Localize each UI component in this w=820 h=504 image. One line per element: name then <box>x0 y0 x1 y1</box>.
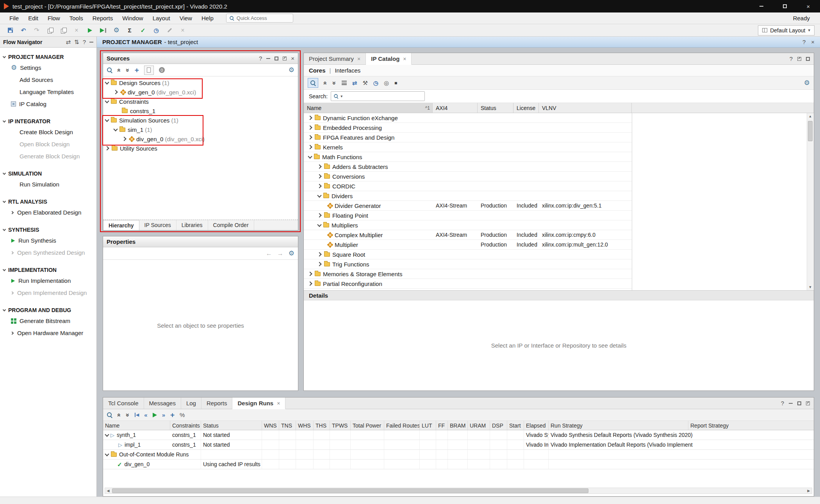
gear-icon[interactable]: ⚙ <box>804 80 810 86</box>
chevron-right-icon[interactable] <box>11 211 14 214</box>
menu-layout[interactable]: Layout <box>148 12 175 24</box>
column-header-dsp[interactable]: DSP <box>490 421 507 430</box>
column-header-total-power[interactable]: Total Power <box>351 421 384 430</box>
document-button[interactable] <box>144 66 154 75</box>
menu-tools[interactable]: Tools <box>65 12 88 24</box>
toolbar-delete-button[interactable]: × <box>71 25 82 35</box>
flow-item-open-block-design[interactable]: Open Block Design <box>0 138 96 150</box>
skip-to-start-icon[interactable]: ◀ <box>135 413 139 417</box>
tab-reports[interactable]: Reports <box>201 398 233 409</box>
chevron-down-icon[interactable] <box>105 432 109 437</box>
menu-help[interactable]: Help <box>197 12 218 24</box>
sources-tab-libraries[interactable]: Libraries <box>176 220 208 230</box>
run-row-out-of-context-module-runs[interactable]: Out-of-Context Module Runs <box>103 450 814 460</box>
run-icon[interactable] <box>153 413 157 417</box>
toolbar-sum-button[interactable]: Σ <box>124 25 135 35</box>
catalog-row-partial-reconfiguration[interactable]: Partial Reconfiguration <box>304 279 632 289</box>
layout-selector[interactable]: Default Layout ▾ <box>758 25 815 35</box>
message-count-badge[interactable]: 0 <box>159 67 165 73</box>
expand-all-icon[interactable]: » <box>125 68 131 72</box>
subtab-interfaces[interactable]: Interfaces <box>335 67 360 74</box>
flow-item-create-block-design[interactable]: Create Block Design <box>0 126 96 138</box>
chevron-right-icon[interactable] <box>11 251 14 254</box>
back-arrow-icon[interactable]: ← <box>266 250 272 257</box>
toolbar-copy-button[interactable] <box>45 25 55 35</box>
flow-section-header-project-manager[interactable]: PROJECT MANAGER <box>0 52 96 62</box>
maximize-icon[interactable] <box>275 57 278 60</box>
float-icon[interactable] <box>283 57 287 60</box>
toolbar-clock-button[interactable]: ◷ <box>151 25 162 35</box>
help-icon[interactable]: ? <box>259 55 262 61</box>
chevron-down-icon[interactable] <box>317 222 321 227</box>
help-icon[interactable]: ? <box>781 400 784 406</box>
flow-section-header-simulation[interactable]: SIMULATION <box>0 169 96 178</box>
catalog-row-dynamic-function-exchange[interactable]: Dynamic Function eXchange <box>304 113 632 123</box>
column-header-ths[interactable]: THS <box>314 421 330 430</box>
window-maximize-button[interactable] <box>773 0 797 12</box>
chevron-right-icon[interactable] <box>11 291 14 294</box>
sources-tab-hierarchy[interactable]: Hierarchy <box>103 220 139 230</box>
scrollbar-thumb[interactable] <box>112 488 588 493</box>
toolbar-settings-button[interactable]: ⚙ <box>111 25 122 35</box>
chevron-down-icon[interactable] <box>317 193 321 197</box>
scroll-up-icon[interactable]: ▲ <box>807 113 813 119</box>
chevron-down-icon[interactable] <box>3 119 6 122</box>
gear-icon[interactable]: ⚙ <box>289 250 294 257</box>
column-header-tpws[interactable]: TPWS <box>330 421 351 430</box>
menu-view[interactable]: View <box>175 12 197 24</box>
chevron-down-icon[interactable] <box>3 199 6 202</box>
flow-item-open-synthesized-design[interactable]: Open Synthesized Design <box>0 247 96 259</box>
chevron-right-icon[interactable] <box>317 252 321 256</box>
maximize-icon[interactable] <box>797 401 801 405</box>
column-header-run-strategy[interactable]: Run Strategy <box>549 421 688 430</box>
flow-section-header-synthesis[interactable]: SYNTHESIS <box>0 225 96 234</box>
minimize-icon[interactable] <box>789 403 793 404</box>
chevron-right-icon[interactable] <box>317 262 321 266</box>
flow-section-header-implementation[interactable]: IMPLEMENTATION <box>0 265 96 275</box>
menu-edit[interactable]: Edit <box>23 12 43 24</box>
flow-item-open-implemented-design[interactable]: Open Implemented Design <box>0 287 96 299</box>
toolbar-validate-button[interactable]: ✓ <box>137 25 148 35</box>
ip-search-box[interactable]: ▾ <box>331 91 425 101</box>
column-header-name[interactable]: Name <box>103 421 170 430</box>
chevron-right-icon[interactable] <box>113 90 118 94</box>
scroll-down-icon[interactable]: ▼ <box>807 284 813 290</box>
tree-item-div-gen-0[interactable]: div_gen_0 (div_gen_0.xci) <box>103 87 298 97</box>
quick-access-input[interactable] <box>237 15 283 21</box>
flow-item-settings[interactable]: ⚙Settings <box>0 62 96 74</box>
flow-item-run-implementation[interactable]: Run Implementation <box>0 275 96 287</box>
tab-project-summary[interactable]: Project Summary× <box>304 53 366 64</box>
column-header-license[interactable]: License <box>513 103 539 113</box>
column-header-lut[interactable]: LUT <box>420 421 436 430</box>
search-icon[interactable] <box>107 67 112 73</box>
chevron-down-icon[interactable] <box>105 80 109 84</box>
tab-ip-catalog[interactable]: IP Catalog× <box>366 53 412 65</box>
sources-tab-ip-sources[interactable]: IP Sources <box>139 220 176 230</box>
toolbar-undo-button[interactable]: ↶ <box>18 25 29 35</box>
toolbar-cancel-button[interactable]: × <box>177 25 188 35</box>
wrench-icon[interactable]: ⚒ <box>362 80 367 86</box>
stop-square-icon[interactable]: ■ <box>394 80 397 86</box>
chevron-down-icon[interactable] <box>308 154 312 158</box>
catalog-row-dividers[interactable]: Dividers <box>304 191 632 201</box>
sync-icon[interactable]: ⇄ <box>352 80 357 86</box>
toolbar-edit-button[interactable] <box>164 25 175 35</box>
menu-flow[interactable]: Flow <box>43 12 65 24</box>
column-header-failed-routes[interactable]: Failed Routes <box>384 421 420 430</box>
menu-window[interactable]: Window <box>118 12 148 24</box>
tab-messages[interactable]: Messages <box>144 398 181 409</box>
ip-search-input[interactable] <box>344 93 418 99</box>
chevron-right-icon[interactable] <box>105 146 109 150</box>
tree-item-design-sources[interactable]: Design Sources (1) <box>103 78 298 87</box>
catalog-row-fpga-features-and-design[interactable]: FPGA Features and Design <box>304 133 632 142</box>
gear-icon[interactable]: ⚙ <box>289 67 294 73</box>
chevron-down-icon[interactable] <box>3 227 6 231</box>
menu-file[interactable]: File <box>5 12 23 24</box>
window-minimize-button[interactable] <box>750 0 773 12</box>
toolbar-run-button[interactable] <box>84 25 95 35</box>
chevron-right-icon[interactable] <box>308 272 312 276</box>
column-header-elapsed[interactable]: Elapsed <box>524 421 549 430</box>
catalog-row-kernels[interactable]: Kernels <box>304 142 632 152</box>
close-icon[interactable]: × <box>291 55 294 61</box>
scroll-left-icon[interactable]: ◀ <box>105 489 111 493</box>
